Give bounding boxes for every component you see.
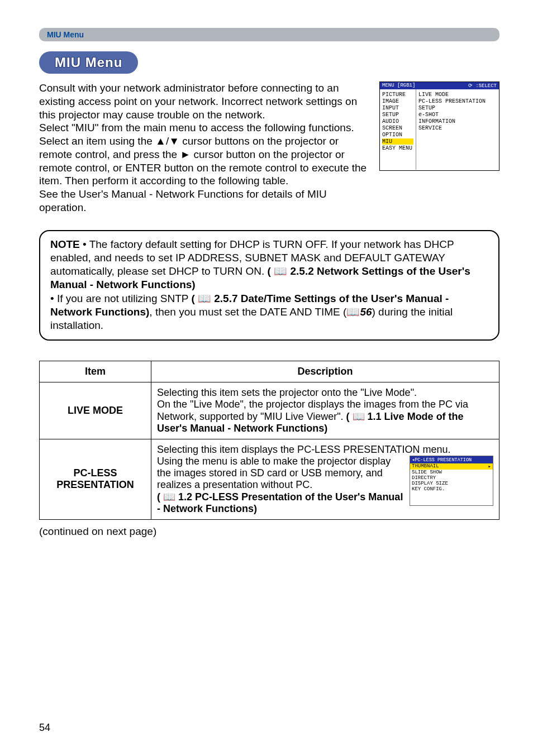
page-title: MIU Menu (39, 51, 138, 74)
menu-screenshot: MENU [RGB1] ⟳ :SELECT PICTURE IMAGE INPU… (379, 82, 499, 171)
table-item-desc: Selecting this item sets the projector o… (151, 382, 499, 439)
intro-p2: Select "MIU" from the main menu to acces… (39, 122, 354, 133)
note-text-3: , then you must set the DATE AND TIME (📖 (149, 306, 360, 318)
menu-left-item: IMAGE (382, 98, 413, 104)
intro-row: Consult with your network administrator … (39, 82, 499, 214)
submenu-item: KEY CONFIG. (410, 486, 493, 492)
section-header-bar: MIU Menu (39, 28, 499, 41)
menu-right-item: INFORMATION (418, 118, 497, 125)
menu-left-item: EASY MENU (382, 145, 413, 151)
items-table: Item Description LIVE MODE Selecting thi… (39, 361, 499, 520)
table-item-desc: Selecting this item displays the PC-LESS… (151, 439, 499, 519)
menu-right-item: SETUP (418, 105, 497, 111)
menu-left-item: PICTURE (382, 92, 413, 98)
arrows-updown: ▲/▼ (155, 135, 179, 147)
submenu-item: DIRECTRY (410, 475, 493, 481)
note-label: NOTE (50, 238, 80, 250)
submenu-item: DISPLAY SIZE (410, 481, 493, 486)
menu-right-item: SERVICE (418, 125, 497, 131)
table-item-name: LIVE MODE (40, 382, 151, 439)
menu-right-item: e-SHOT (418, 112, 497, 118)
submenu-highlight: THUMBNAIL▸ (410, 463, 493, 470)
table-item-name: PC-LESS PRESENTATION (40, 439, 151, 519)
submenu-header: ◂PC-LESS PRESENTATION (410, 456, 493, 463)
table-header-desc: Description (151, 361, 499, 382)
table-row: PC-LESS PRESENTATION Selecting this item… (40, 439, 499, 519)
intro-text: Consult with your network administrator … (39, 82, 370, 214)
continued-text: (continued on next page) (39, 525, 499, 538)
table-row: LIVE MODE Selecting this item sets the p… (40, 382, 499, 439)
menu-left-item-highlighted: MIU (382, 138, 413, 145)
note-ref-3-page: 56 (360, 306, 372, 318)
note-box: NOTE • The factory default setting for D… (39, 230, 499, 341)
menu-left-item: INPUT (382, 105, 413, 111)
menu-left-item: OPTION (382, 132, 413, 138)
submenu-screenshot: ◂PC-LESS PRESENTATION THUMBNAIL▸ SLIDE S… (410, 456, 493, 506)
menu-screenshot-right-col: LIVE MODE PC-LESS PRESENTATION SETUP e-S… (416, 89, 499, 170)
menu-left-item: SCREEN (382, 125, 413, 131)
submenu-item: SLIDE SHOW (410, 470, 493, 475)
arrow-right: ► (180, 149, 191, 160)
desc-text: Using the menu is able to make the proje… (157, 456, 391, 490)
menu-screenshot-title-bar: MENU [RGB1] ⟳ :SELECT (380, 82, 499, 89)
table-header-row: Item Description (40, 361, 499, 382)
intro-p4: See the User's Manual - Network Function… (39, 188, 327, 213)
menu-right-item: LIVE MODE (418, 92, 497, 98)
menu-left-item: AUDIO (382, 118, 413, 125)
intro-p3a: Select an item using the (39, 135, 155, 147)
page-number: 54 (39, 722, 50, 734)
table-header-item: Item (40, 361, 151, 382)
menu-screenshot-left-col: PICTURE IMAGE INPUT SETUP AUDIO SCREEN O… (380, 89, 416, 170)
note-text-2: • If you are not utilizing SNTP (50, 293, 191, 304)
menu-screenshot-title-left: MENU [RGB1] (382, 83, 415, 89)
menu-right-item: PC-LESS PRESENTATION (418, 98, 497, 104)
desc-ref: ( 📖 1.2 PC-LESS Presentation of the User… (157, 491, 403, 514)
desc-line1: Selecting this item displays the PC-LESS… (157, 444, 493, 456)
menu-screenshot-title-right: ⟳ :SELECT (468, 83, 497, 89)
intro-p1: Consult with your network administrator … (39, 82, 357, 121)
menu-left-item: SETUP (382, 112, 413, 118)
